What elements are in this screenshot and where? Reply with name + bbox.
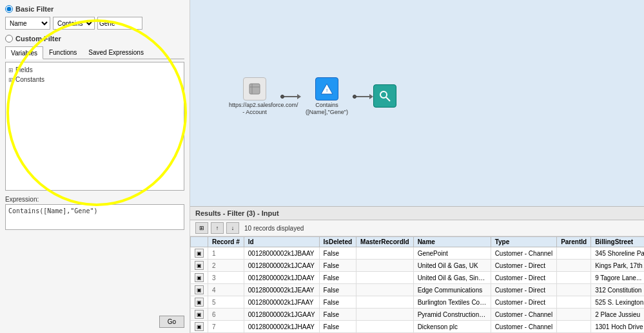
table-row[interactable]: ▣ 2 00128000002k1JCAAY False United Oil …	[191, 260, 645, 272]
row-name: United Oil & Gas, UK	[413, 260, 491, 272]
row-billingstreet: 525 S. Lexington Ave	[591, 296, 644, 309]
results-header: Results - Filter (3) - Input	[190, 207, 644, 220]
col-parentid[interactable]: ParentId	[557, 237, 591, 247]
output-node-icon	[373, 84, 396, 108]
row-type: Customer - Direct	[491, 284, 556, 296]
table-row[interactable]: ▣ 4 00128000002k1JEAAY False Edge Commun…	[191, 284, 645, 296]
row-num: 4	[208, 284, 244, 296]
col-masterrecordid[interactable]: MasterRecordId	[356, 237, 414, 247]
tab-saved-expressions[interactable]: Saved Expressions	[83, 46, 150, 59]
custom-filter-text: Custom Filter	[15, 35, 61, 43]
basic-filter-label[interactable]: Basic Filter	[5, 5, 54, 13]
row-name: Edge Communications	[413, 284, 491, 296]
tab-functions[interactable]: Functions	[43, 46, 83, 59]
row-icon-cell: ▣	[191, 309, 208, 321]
col-isdeleted[interactable]: IsDeleted	[319, 237, 356, 247]
data-table: Record # Id IsDeleted MasterRecordId Nam…	[190, 236, 644, 333]
basic-filter-row: Name Contains	[5, 17, 184, 30]
row-id: 00128000002k1JHAAY	[244, 321, 319, 333]
row-num: 3	[208, 272, 244, 284]
col-billingstreet[interactable]: BillingStreet	[591, 237, 644, 247]
table-header: Record # Id IsDeleted MasterRecordId Nam…	[191, 237, 645, 247]
row-type: Customer - Direct	[491, 296, 556, 309]
row-name: Dickenson plc	[413, 321, 491, 333]
col-type[interactable]: Type	[491, 237, 556, 247]
table-container: Record # Id IsDeleted MasterRecordId Nam…	[190, 236, 644, 333]
table-row[interactable]: ▣ 1 00128000002k1JBAAY False GenePoint C…	[191, 247, 645, 260]
source-node-icon	[243, 77, 266, 100]
tab-variables[interactable]: Variables	[5, 46, 43, 59]
row-parentid	[557, 260, 591, 272]
expression-box: Contains([Name],"Gene")	[5, 204, 184, 230]
variables-panel: ⊞ Fields ⊞ Constants	[5, 62, 184, 191]
row-num: 2	[208, 260, 244, 272]
toolbar-up-btn[interactable]: ↑	[211, 222, 224, 234]
filter-field-select[interactable]: Name	[5, 17, 50, 30]
row-icon-cell: ▣	[191, 247, 208, 260]
results-title: Results - Filter (3) - Input	[195, 209, 279, 217]
table-row[interactable]: ▣ 5 00128000002k1JFAAY False Burlington …	[191, 296, 645, 309]
col-name[interactable]: Name	[413, 237, 491, 247]
row-isdeleted: False	[319, 272, 356, 284]
canvas-area: https://ap2.salesforce.com/ - Account	[190, 0, 644, 206]
row-billingstreet: 312 Constitution Place...	[591, 284, 644, 296]
table-row[interactable]: ▣ 3 00128000002k1JDAAY False United Oil …	[191, 272, 645, 284]
source-node-label: https://ap2.salesforce.com/ - Account	[229, 102, 280, 116]
filter-node-label: Contains ([Name],"Gene")	[301, 102, 353, 116]
toolbar-down-btn[interactable]: ↓	[226, 222, 239, 234]
row-parentid	[557, 272, 591, 284]
col-icon	[191, 237, 208, 247]
record-icon: ▣	[195, 273, 204, 282]
row-icon-cell: ▣	[191, 284, 208, 296]
tree-item-constants[interactable]: ⊞ Constants	[8, 75, 181, 84]
filter-operator-select[interactable]: Contains	[53, 17, 95, 30]
col-record-num[interactable]: Record #	[208, 237, 244, 247]
output-icon-svg	[378, 89, 392, 103]
svg-point-5	[380, 91, 387, 98]
table-row[interactable]: ▣ 6 00128000002k1JGAAY False Pyramid Con…	[191, 309, 645, 321]
svg-rect-0	[249, 84, 260, 94]
expand-constants-icon: ⊞	[8, 77, 14, 83]
source-node[interactable]: https://ap2.salesforce.com/ - Account	[229, 77, 280, 116]
table-row[interactable]: ▣ 7 00128000002k1JHAAY False Dickenson p…	[191, 321, 645, 333]
row-name: Burlington Textiles Corp of America	[413, 296, 491, 309]
custom-filter-radio[interactable]	[5, 35, 13, 43]
row-type: Customer - Channel	[491, 309, 556, 321]
row-billingstreet: 2 Place Jussieu	[591, 309, 644, 321]
toolbar-grid-btn[interactable]: ⊞	[195, 222, 208, 234]
row-isdeleted: False	[319, 284, 356, 296]
row-name: GenePoint	[413, 247, 491, 260]
go-button[interactable]: Go	[159, 316, 184, 328]
record-icon: ▣	[195, 285, 204, 294]
row-name: Pyramid Construction Inc.	[413, 309, 491, 321]
filter-value-input[interactable]	[97, 17, 142, 30]
svg-text:!: !	[326, 88, 327, 93]
connector-2	[353, 85, 373, 108]
svg-line-6	[386, 97, 390, 101]
row-billingstreet: 9 Tagore Lane...	[591, 272, 644, 284]
tree-item-fields[interactable]: ⊞ Fields	[8, 65, 181, 75]
row-num: 1	[208, 247, 244, 260]
record-icon: ▣	[195, 310, 204, 319]
row-parentid	[557, 247, 591, 260]
row-parentid	[557, 296, 591, 309]
flow-container: https://ap2.salesforce.com/ - Account	[229, 77, 396, 116]
custom-filter-option: Custom Filter	[5, 35, 184, 43]
output-node[interactable]	[373, 84, 396, 109]
basic-filter-radio[interactable]	[5, 5, 13, 13]
row-type: Customer - Direct	[491, 272, 556, 284]
row-id: 00128000002k1JBAAY	[244, 247, 319, 260]
tabs-row: Variables Functions Saved Expressions	[5, 46, 184, 59]
left-panel: Basic Filter Name Contains Custom Filter…	[0, 0, 190, 333]
row-billingstreet: Kings Park, 17th Avenue, Team Valley Tra…	[591, 260, 644, 272]
row-isdeleted: False	[319, 296, 356, 309]
col-id[interactable]: Id	[244, 237, 319, 247]
row-isdeleted: False	[319, 260, 356, 272]
row-masterrecordid	[356, 284, 414, 296]
record-icon: ▣	[195, 261, 204, 270]
row-masterrecordid	[356, 321, 414, 333]
row-num: 7	[208, 321, 244, 333]
filter-node[interactable]: ! Contains ([Name],"Gene")	[301, 77, 353, 116]
custom-filter-label[interactable]: Custom Filter	[5, 35, 61, 43]
row-type: Customer - Channel	[491, 247, 556, 260]
